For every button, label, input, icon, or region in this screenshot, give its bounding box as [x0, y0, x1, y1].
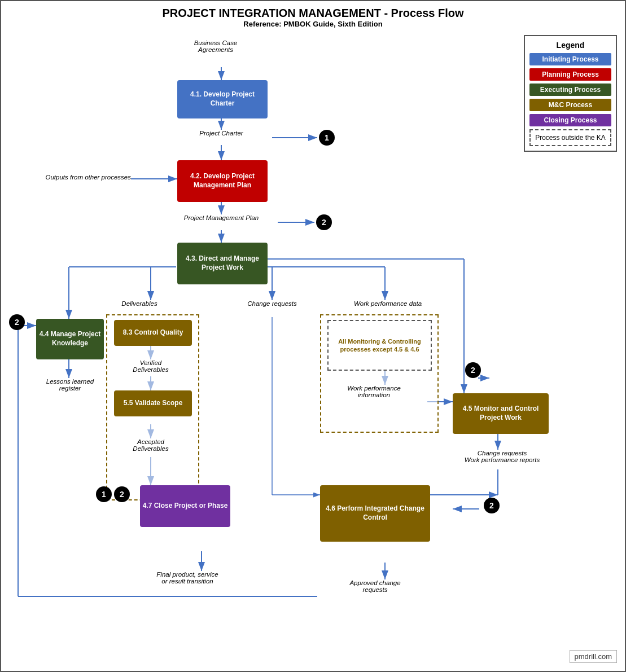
verified-deliverables-label: VerifiedDeliverables — [112, 359, 190, 373]
deliverables-label: Deliverables — [111, 300, 168, 307]
lessons-learned-label: Lessons learnedregister — [36, 378, 104, 392]
badge-2-46: 2 — [484, 498, 500, 513]
allmc-box: All Monitoring & Controlling processes e… — [327, 320, 432, 371]
badge-2-mgmt: 2 — [316, 214, 332, 230]
change-req-reports-label: Change requestsWork performance reports — [453, 450, 551, 463]
legend-executing: Executing Process — [529, 84, 611, 96]
legend: Legend Initiating Process Planning Proce… — [524, 35, 617, 152]
final-product-label: Final product, serviceor result transiti… — [142, 571, 233, 585]
project-charter-label: Project Charter — [176, 130, 266, 137]
p42-box: 4.2. Develop Project Management Plan — [177, 160, 268, 202]
legend-initiating: Initiating Process — [529, 53, 611, 65]
legend-title: Legend — [529, 41, 611, 50]
p44-box: 4.4 Manage Project Knowledge — [36, 319, 104, 359]
p47-box: 4.7 Close Project or Phase — [140, 485, 230, 527]
subtitle: Reference: PMBOK Guide, Sixth Edition — [7, 20, 619, 28]
legend-outside: Process outside the KA — [529, 129, 611, 146]
legend-mc: M&C Process — [529, 99, 611, 111]
work-perf-info-label: Work performanceinformation — [327, 385, 421, 398]
p43-box: 4.3. Direct and Manage Project Work — [177, 243, 268, 284]
business-case-label: Business CaseAgreements — [170, 39, 261, 53]
badge-2-left: 2 — [9, 314, 25, 330]
project-mgmt-plan-label: Project Management Plan — [165, 214, 278, 221]
legend-planning: Planning Process — [529, 68, 611, 81]
main-container: PROJECT INTEGRATION MANAGEMENT - Process… — [0, 0, 626, 672]
legend-closing: Closing Process — [529, 114, 611, 126]
main-title: PROJECT INTEGRATION MANAGEMENT - Process… — [7, 7, 619, 20]
work-perf-data-label: Work performance data — [351, 300, 424, 307]
approved-change-label: Approved changerequests — [320, 579, 430, 593]
accepted-deliverables-label: AcceptedDeliverables — [112, 438, 190, 452]
p45-box: 4.5 Monitor and Control Project Work — [453, 393, 549, 434]
change-requests-label: Change requests — [241, 300, 303, 307]
p83-box: 8.3 Control Quality — [114, 320, 192, 346]
badge-1-bottom: 1 — [96, 486, 112, 502]
badge-1-top: 1 — [319, 130, 335, 146]
p46-box: 4.6 Perform Integrated Change Control — [320, 485, 430, 542]
badge-2-bottom: 2 — [114, 486, 130, 502]
outputs-other-label: Outputs from other processes — [23, 174, 131, 181]
p55-box: 5.5 Validate Scope — [114, 390, 192, 416]
p41-box: 4.1. Develop Project Charter — [177, 80, 268, 118]
title-section: PROJECT INTEGRATION MANAGEMENT - Process… — [7, 7, 619, 28]
badge-2-right: 2 — [465, 362, 481, 378]
pmdrill-badge: pmdrill.com — [570, 650, 617, 663]
